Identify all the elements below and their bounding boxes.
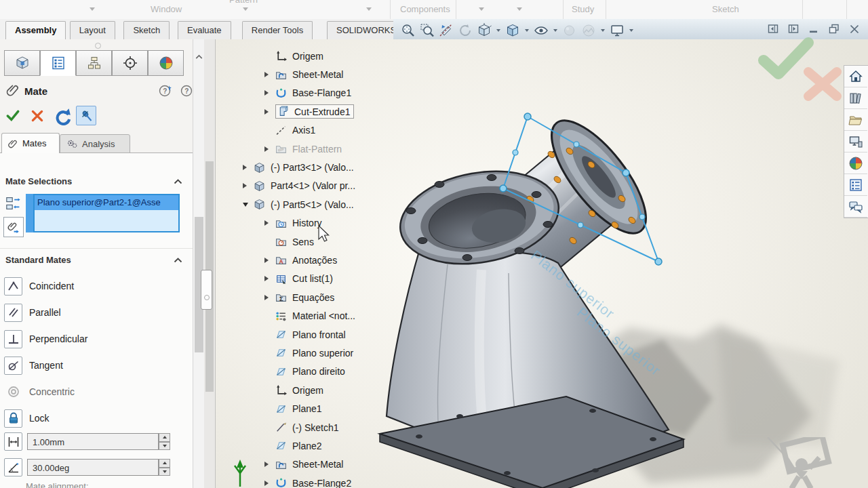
- tree-expand-arrow[interactable]: [264, 462, 275, 467]
- tree-item[interactable]: Plane2: [235, 436, 394, 455]
- spin-down[interactable]: [159, 468, 170, 476]
- tree-item[interactable]: Base-Flange2: [235, 474, 394, 488]
- command-tab-layout[interactable]: Layout: [70, 21, 115, 39]
- task-pane-appearances-sphere-button[interactable]: [844, 152, 867, 174]
- pane-right-button[interactable]: [788, 24, 799, 37]
- tree-expand-arrow[interactable]: [264, 72, 275, 77]
- spin-up[interactable]: [159, 433, 170, 442]
- tree-expand-arrow[interactable]: [243, 203, 254, 207]
- menu-pattern[interactable]: Pattern: [229, 0, 258, 5]
- tree-item[interactable]: History: [235, 214, 394, 232]
- hide-show-items-button[interactable]: [533, 22, 549, 39]
- chevron-down-icon[interactable]: [629, 29, 633, 32]
- spin-up[interactable]: [159, 459, 170, 468]
- tree-item-label[interactable]: Sens: [292, 237, 314, 247]
- tree-expand-arrow[interactable]: [264, 146, 275, 152]
- angle-spinner[interactable]: [159, 459, 170, 476]
- close-button[interactable]: [849, 24, 860, 37]
- tree-item-label[interactable]: Base-Flange1: [292, 87, 351, 98]
- tree-item[interactable]: Sheet-Metal: [235, 65, 394, 83]
- tree-item-label[interactable]: Sheet-Metal: [292, 69, 343, 80]
- tree-item-label[interactable]: Cut list(1): [292, 273, 333, 284]
- tree-expand-arrow[interactable]: [264, 276, 275, 281]
- tree-item[interactable]: Plano direito: [235, 363, 394, 381]
- task-pane-forum-button[interactable]: [844, 196, 867, 218]
- tree-item[interactable]: Cut list(1): [235, 270, 394, 288]
- coincident-mate-button[interactable]: [4, 277, 22, 296]
- tree-item-label[interactable]: Plane1: [292, 403, 322, 414]
- chevron-down-icon[interactable]: [243, 7, 248, 11]
- distance-mate-button[interactable]: [4, 432, 22, 451]
- task-pane-home-button[interactable]: [844, 66, 867, 87]
- tree-item-label[interactable]: Base-Flange2: [292, 478, 351, 488]
- tree-item[interactable]: Plano frontal: [235, 325, 394, 344]
- spin-down[interactable]: [159, 442, 170, 451]
- tree-item[interactable]: Part4<1> (Valor pr...: [235, 177, 394, 195]
- chevron-down-icon[interactable]: [90, 7, 95, 11]
- tree-item[interactable]: Plano superior: [235, 344, 394, 362]
- tree-item-label[interactable]: Plano direito: [292, 366, 345, 377]
- help-pin-icon[interactable]: ?: [159, 84, 172, 98]
- tree-item-label[interactable]: (-) Sketch1: [292, 422, 338, 433]
- mate-selections-header[interactable]: Mate Selections: [5, 176, 72, 186]
- tree-expand-arrow[interactable]: [243, 165, 254, 170]
- chevron-down-icon[interactable]: [496, 29, 500, 32]
- menu-window[interactable]: Window: [151, 4, 182, 14]
- tree-expand-arrow[interactable]: [264, 90, 275, 96]
- panel-grab-dot[interactable]: [95, 43, 101, 49]
- panel-scrollbar[interactable]: [193, 39, 205, 488]
- chevron-down-icon[interactable]: [553, 29, 557, 32]
- tree-item-label[interactable]: Sheet-Metal: [292, 459, 343, 470]
- menu-study[interactable]: Study: [572, 4, 594, 14]
- tree-item[interactable]: Base-Flange1: [235, 84, 394, 102]
- distance-input[interactable]: 1.00mm: [27, 433, 159, 450]
- chevron-down-icon[interactable]: [366, 7, 372, 11]
- tree-item-label[interactable]: Flat-Pattern: [292, 144, 342, 155]
- tree-item-label[interactable]: Cut-Extrude1: [294, 106, 350, 117]
- tree-item-label[interactable]: Plano frontal: [292, 329, 346, 340]
- tree-item[interactable]: Origem: [235, 47, 394, 65]
- angle-mate-button[interactable]: [4, 458, 22, 476]
- zoom-area-button[interactable]: [419, 22, 435, 39]
- command-tab-evaluate[interactable]: Evaluate: [178, 21, 231, 39]
- parallel-mate-button[interactable]: [4, 304, 22, 322]
- selected-entity-row[interactable]: Plano superior@Part2-1@Asse: [35, 195, 178, 210]
- pin-button[interactable]: [76, 106, 96, 125]
- tree-item-label[interactable]: Plano superior: [292, 348, 353, 359]
- tree-item[interactable]: Material <not...: [235, 306, 394, 325]
- tree-item[interactable]: Axis1: [235, 121, 394, 140]
- lock-mate-button[interactable]: [4, 409, 22, 428]
- panel-tab-features[interactable]: [4, 50, 40, 76]
- task-pane-view-palette-button[interactable]: [844, 131, 867, 152]
- panel-tab-appearances[interactable]: [148, 50, 184, 76]
- tree-item[interactable]: (-) Part3<1> (Valo...: [235, 158, 394, 176]
- tree-item[interactable]: (-) Part5<1> (Valo...: [235, 195, 394, 214]
- chevron-down-icon[interactable]: [601, 29, 605, 32]
- tree-item[interactable]: Origem: [235, 381, 394, 399]
- tree-item[interactable]: Flat-Pattern: [235, 140, 394, 158]
- tree-scroll-gutter[interactable]: [204, 39, 216, 488]
- view-settings-button[interactable]: [609, 22, 625, 39]
- minimize-button[interactable]: [808, 24, 819, 37]
- tab-mates[interactable]: Mates: [1, 133, 60, 153]
- tree-item[interactable]: Cut-Extrude1: [235, 102, 394, 121]
- menu-components[interactable]: Components: [400, 4, 450, 14]
- perpendicular-mate-button[interactable]: [4, 330, 22, 348]
- tree-expand-arrow[interactable]: [264, 258, 275, 263]
- tree-item[interactable]: Sheet-Metal: [235, 455, 394, 474]
- panel-tab-dimxpert[interactable]: [112, 50, 148, 76]
- selected-tree-item-box[interactable]: Cut-Extrude1: [275, 104, 354, 119]
- tree-expand-arrow[interactable]: [264, 220, 275, 226]
- task-pane-file-explorer-button[interactable]: [844, 109, 867, 131]
- cancel-button[interactable]: [30, 108, 45, 123]
- tree-item[interactable]: Plane1: [235, 399, 394, 418]
- tree-item-label[interactable]: Origem: [292, 385, 323, 396]
- zoom-fit-button[interactable]: [400, 22, 416, 39]
- section-view-button[interactable]: [438, 22, 454, 39]
- chevron-down-icon[interactable]: [525, 29, 529, 32]
- undo-button[interactable]: [53, 106, 72, 125]
- tree-item-label[interactable]: Part4<1> (Valor pr...: [271, 180, 355, 191]
- command-tab-render-tools[interactable]: Render Tools: [242, 21, 313, 39]
- angle-input[interactable]: 30.00deg: [27, 459, 159, 476]
- panel-splitter-handle[interactable]: [201, 270, 212, 310]
